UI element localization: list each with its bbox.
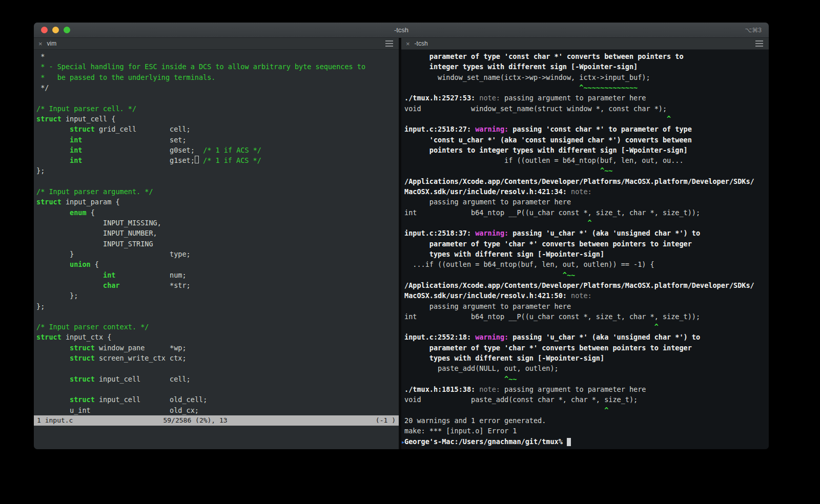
menu-icon[interactable] [755,43,763,44]
statusline-filename: 1 input.c [37,416,73,424]
terminal-line: */ [36,82,399,93]
terminal-line: parameter of type 'char *' converts betw… [404,343,769,353]
terminal-line: struct input_param { [36,197,399,207]
window-shortcut-badge: ⌥⌘3 [745,27,762,34]
shell-screen[interactable]: parameter of type 'const char *' convert… [401,50,769,449]
shell-pane-header[interactable]: × -tcsh [401,38,769,50]
terminal-line: int set; [36,135,399,145]
terminal-line: input.c:2518:27: warning: passing 'const… [404,124,769,134]
terminal-line: struct grid_cell cell; [36,124,399,134]
terminal-line: int b64_ntop __P((u_char const *, size_t… [404,311,769,322]
terminal-line: int g1set; /* 1 if ACS */ [36,155,399,165]
terminal-line: ^~~ [404,270,769,280]
zoom-window-button[interactable] [64,27,70,33]
terminal-line: INPUT_MISSING, [36,218,399,228]
terminal-window: -tcsh ⌥⌘3 × vim * * - Special handling f… [34,23,769,449]
terminal-line: }; [36,165,399,176]
terminal-line: MacOSX.sdk/usr/include/resolv.h:421:50: … [404,290,769,301]
terminal-line: struct screen_write_ctx ctx; [36,353,399,363]
terminal-line: /* Input parser argument. */ [36,186,399,197]
terminal-line: ^ [404,218,769,228]
terminal-line: ^ [404,405,769,415]
terminal-line: void paste_add(const char *, char *, siz… [404,394,769,405]
window-title: -tcsh [394,26,408,34]
terminal-line: pointers to integer types with different… [404,145,769,155]
terminal-line: types with different sign [-Wpointer-sig… [404,249,769,259]
vim-buffer-lines: * * - Special handling for ESC inside a … [34,50,399,415]
terminal-line [36,311,399,322]
terminal-line: u_int old_cx; [36,405,399,415]
terminal-line [36,363,399,373]
terminal-line: int num; [36,270,399,280]
shell-pane: × -tcsh parameter of type 'const char *'… [401,38,769,449]
terminal-line: * - Special handling for ESC inside a DC… [36,61,399,72]
close-window-button[interactable] [41,27,48,33]
terminal-line: passing argument to parameter here [404,301,769,311]
terminal-line: input.c:2518:37: warning: passing 'u_cha… [404,228,769,238]
terminal-line: union { [36,259,399,269]
terminal-line: void window_set_name(struct window *, co… [404,103,769,114]
vim-pane: × vim * * - Special handling for ESC ins… [34,38,399,449]
terminal-line: int b64_ntop __P((u_char const *, size_t… [404,207,769,218]
terminal-line: window_set_name(ictx->wp->window, ictx->… [404,72,769,82]
terminal-line: struct window_pane *wp; [36,343,399,353]
terminal-line: integer types with different sign [-Wpoi… [404,61,769,72]
statusline-position: 59/2586 (2%), 13 [163,416,227,424]
vim-pane-title: vim [47,40,57,47]
close-pane-icon[interactable]: × [406,40,410,47]
terminal-line: ^ [404,114,769,124]
terminal-line: ^~~ [404,165,769,176]
terminal-line: if ((outlen = b64_ntop(buf, len, out, ou… [404,155,769,165]
terminal-line [36,93,399,103]
shell-output-lines: parameter of type 'const char *' convert… [401,50,769,447]
terminal-line: /Applications/Xcode.app/Contents/Develop… [404,176,769,186]
minimize-window-button[interactable] [52,27,59,33]
vim-pane-header[interactable]: × vim [34,38,399,50]
terminal-line: types with different sign [-Wpointer-sig… [404,353,769,363]
terminal-line: struct input_ctx { [36,332,399,342]
terminal-line: } type; [36,249,399,259]
menu-icon[interactable] [385,43,393,44]
shell-block-cursor [567,438,571,446]
shell-pane-title: -tcsh [415,40,428,47]
terminal-line: parameter of type 'char *' converts betw… [404,239,769,249]
vim-screen[interactable]: * * - Special handling for ESC inside a … [34,50,399,449]
terminal-line: INPUT_STRING [36,239,399,249]
terminal-line: MacOSX.sdk/usr/include/resolv.h:421:34: … [404,186,769,197]
terminal-line: INPUT_NUMBER, [36,228,399,238]
terminal-line: /* Input parser cell. */ [36,103,399,114]
terminal-line: struct input_cell { [36,114,399,124]
terminal-line [36,384,399,394]
terminal-line: int g0set; /* 1 if ACS */ [36,145,399,155]
terminal-line: ^~~~~~~~~~~~~~ [404,82,769,93]
terminal-line: struct input_cell cell; [36,374,399,384]
terminal-line: ▸George's-Mac:/Users/gnachman/git/tmux% [404,436,769,447]
terminal-line: enum { [36,207,399,218]
terminal-line: struct input_cell old_cell; [36,394,399,405]
window-titlebar[interactable]: -tcsh ⌥⌘3 [34,23,769,38]
terminal-line: * be passed to the underlying terminals. [36,72,399,82]
terminal-line: ^~~ [404,374,769,384]
terminal-line: 20 warnings and 1 error generated. [404,415,769,426]
vim-hollow-cursor [195,156,199,163]
close-pane-icon[interactable]: × [38,40,43,47]
terminal-line [36,176,399,186]
terminal-line: /* Input parser context. */ [36,322,399,332]
terminal-line: /Applications/Xcode.app/Contents/Develop… [404,280,769,290]
terminal-line: paste_add(NULL, out, outlen); [404,363,769,373]
terminal-line: * [36,51,399,61]
terminal-line: make: *** [input.o] Error 1 [404,426,769,436]
terminal-line: parameter of type 'const char *' convert… [404,51,769,61]
terminal-line: ./tmux.h:2527:53: note: passing argument… [404,93,769,103]
traffic-lights [41,23,70,37]
vim-statusline: 1 input.c 59/2586 (2%), 13 (-1 ) [34,415,399,426]
terminal-line: passing argument to parameter here [404,197,769,207]
split-panes: × vim * * - Special handling for ESC ins… [34,38,769,449]
terminal-line: char *str; [36,280,399,290]
terminal-line: ./tmux.h:1815:38: note: passing argument… [404,384,769,394]
terminal-line: }; [36,301,399,311]
terminal-line: ^ [404,322,769,332]
terminal-line: }; [36,290,399,301]
terminal-line: input.c:2552:18: warning: passing 'u_cha… [404,332,769,342]
terminal-line: ...if ((outlen = b64_ntop(buf, len, out,… [404,259,769,269]
